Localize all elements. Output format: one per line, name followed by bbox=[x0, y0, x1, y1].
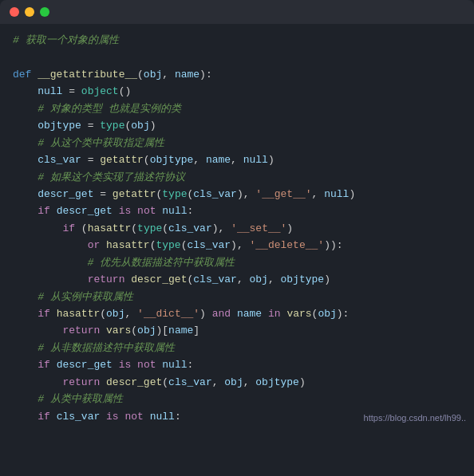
titlebar bbox=[0, 0, 474, 24]
code-line: if (hasattr(type(cls_var), '__set__') bbox=[13, 220, 461, 237]
code-line: return vars(obj)[name] bbox=[13, 322, 461, 339]
close-button[interactable] bbox=[10, 7, 19, 17]
watermark: https://blog.csdn.net/lh99.. bbox=[364, 411, 466, 425]
code-line: return descr_get(cls_var, obj, objtype) bbox=[13, 374, 461, 391]
code-line bbox=[13, 49, 461, 65]
code-line: # 从这个类中获取指定属性 bbox=[13, 135, 461, 151]
code-line: null = object() bbox=[13, 83, 461, 100]
code-line: if hasattr(obj, '__dict__') and name in … bbox=[13, 305, 461, 322]
code-line: # 优先从数据描述符中获取属性 bbox=[13, 254, 461, 271]
code-line: if descr_get is not null: bbox=[13, 356, 461, 373]
code-editor: # 获取一个对象的属性 def __getattribute__(obj, na… bbox=[0, 24, 474, 433]
code-line: # 从类中获取属性 bbox=[13, 391, 461, 407]
code-line: or hasattr(type(cls_var), '__delete__'))… bbox=[13, 237, 461, 254]
code-line: cls_var = getattr(objtype, name, null) bbox=[13, 151, 461, 168]
code-line: objtype = type(obj) bbox=[13, 117, 461, 134]
code-line: # 从实例中获取属性 bbox=[13, 289, 461, 305]
maximize-button[interactable] bbox=[40, 7, 49, 17]
code-line: # 获取一个对象的属性 bbox=[13, 32, 461, 49]
code-line: # 对象的类型 也就是实例的类 bbox=[13, 100, 461, 117]
code-line: # 如果这个类实现了描述符协议 bbox=[13, 169, 461, 186]
code-line: if descr_get is not null: bbox=[13, 203, 461, 219]
code-window: # 获取一个对象的属性 def __getattribute__(obj, na… bbox=[0, 0, 474, 476]
code-line: return descr_get(cls_var, obj, objtype) bbox=[13, 271, 461, 288]
minimize-button[interactable] bbox=[25, 7, 34, 17]
code-line: def __getattribute__(obj, name): bbox=[13, 66, 461, 83]
code-line: descr_get = getattr(type(cls_var), '__ge… bbox=[13, 186, 461, 203]
code-line: # 从非数据描述符中获取属性 bbox=[13, 340, 461, 356]
